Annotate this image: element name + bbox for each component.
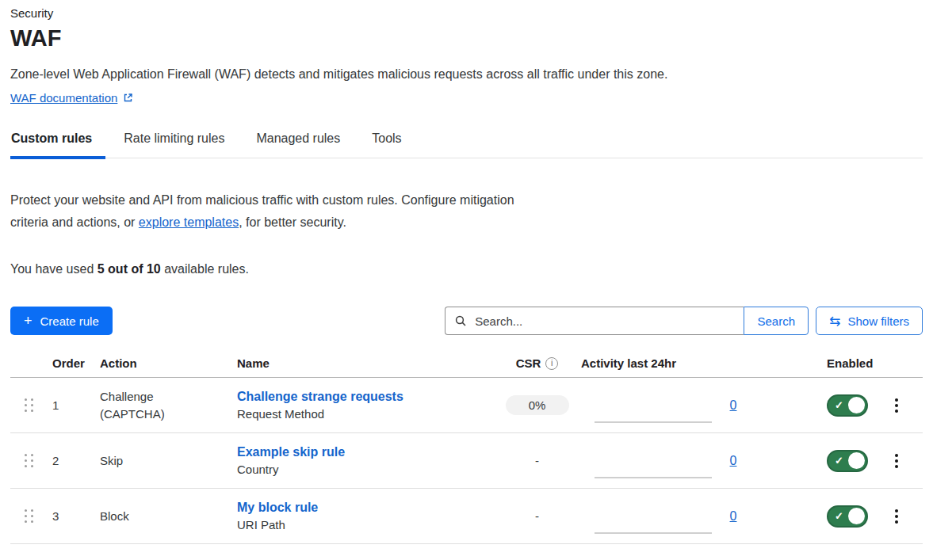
toggle-knob [848, 508, 865, 524]
header-csr-label: CSR [516, 356, 541, 370]
check-icon: ✓ [835, 511, 843, 521]
drag-handle-icon[interactable] [25, 398, 33, 412]
intro-text: Protect your website and API from malici… [10, 189, 923, 234]
header-enabled: Enabled [749, 356, 880, 370]
drag-cell [10, 509, 42, 523]
header-count-spacer [717, 356, 749, 370]
enabled-toggle[interactable]: ✓ [827, 450, 868, 472]
waf-documentation-link[interactable]: WAF documentation [10, 91, 133, 105]
enabled-cell: ✓ [749, 394, 880, 417]
rule-action: Skip [90, 452, 227, 470]
csr-value: - [535, 509, 539, 523]
show-filters-label: Show filters [847, 314, 909, 328]
rule-action-line1: Skip [100, 452, 227, 470]
csr-badge: 0% [506, 395, 569, 415]
check-icon: ✓ [835, 455, 843, 466]
show-filters-button[interactable]: ⇆ Show filters [816, 307, 923, 335]
rule-row: 2 Skip Example skip rule Country - 0 ✓ [10, 433, 923, 489]
header-activity: Activity last 24hr [575, 356, 717, 370]
drag-handle-icon[interactable] [25, 454, 33, 467]
check-icon: ✓ [835, 400, 843, 410]
header-drag-spacer [10, 356, 42, 370]
intro-text-after: , for better security. [239, 215, 346, 229]
rule-action-line2: (CAPTCHA) [100, 406, 227, 423]
menu-cell [880, 505, 923, 528]
activity-count-cell: 0 [717, 454, 749, 468]
kebab-menu-icon[interactable] [893, 505, 900, 528]
create-rule-button[interactable]: + Create rule [10, 307, 113, 335]
page-description: Zone-level Web Application Firewall (WAF… [10, 67, 923, 82]
rule-name-cell: Example skip rule Country [227, 445, 499, 476]
rule-field: Country [237, 463, 499, 476]
rule-row: 3 Block My block rule URI Path - 0 ✓ [10, 489, 923, 544]
enabled-cell: ✓ [749, 450, 880, 472]
rule-action-line1: Challenge [100, 388, 227, 406]
external-link-icon [123, 93, 133, 103]
rule-order: 1 [42, 398, 90, 412]
usage-suffix: available rules. [161, 262, 249, 276]
tab-rate-limiting-rules[interactable]: Rate limiting rules [123, 131, 225, 158]
csr-cell: - [499, 509, 575, 523]
csr-cell: 0% [499, 395, 575, 415]
rule-row: 1 Challenge (CAPTCHA) Challenge strange … [10, 378, 923, 433]
rule-name-link[interactable]: My block rule [237, 501, 499, 515]
usage-text: You have used 5 out of 10 available rule… [10, 262, 923, 276]
drag-cell [10, 454, 42, 467]
breadcrumb: Security [10, 6, 923, 20]
toggle-knob [848, 397, 865, 413]
search-input[interactable] [473, 314, 734, 329]
waf-documentation-label: WAF documentation [10, 91, 117, 105]
enabled-toggle[interactable]: ✓ [827, 505, 868, 528]
tab-managed-rules[interactable]: Managed rules [255, 131, 341, 158]
activity-sparkline [595, 532, 712, 534]
kebab-menu-icon[interactable] [893, 450, 900, 472]
search-box [445, 307, 744, 335]
usage-count: 5 out of 10 [98, 262, 161, 276]
rule-action: Block [90, 508, 227, 525]
header-csr: CSR i [499, 356, 575, 370]
activity-sparkline [595, 421, 712, 423]
waf-page: Security WAF Zone-level Web Application … [0, 0, 933, 560]
menu-cell [880, 394, 923, 417]
rules-table: Order Action Name CSR i Activity last 24… [10, 356, 923, 544]
header-menu-spacer [880, 356, 923, 370]
kebab-menu-icon[interactable] [893, 394, 900, 417]
plus-icon: + [24, 314, 33, 328]
search-group: Search [445, 307, 809, 335]
csr-cell: - [499, 454, 575, 467]
rule-name-cell: Challenge strange requests Request Metho… [227, 390, 499, 421]
activity-count-link[interactable]: 0 [730, 454, 737, 467]
header-name: Name [227, 356, 499, 370]
activity-count-link[interactable]: 0 [730, 509, 737, 523]
table-header-row: Order Action Name CSR i Activity last 24… [10, 356, 923, 378]
toolbar-right: Search ⇆ Show filters [445, 307, 923, 335]
activity-cell [575, 489, 717, 543]
search-icon [455, 315, 466, 326]
search-button[interactable]: Search [744, 307, 809, 335]
activity-sparkline [595, 477, 712, 478]
rule-name-link[interactable]: Challenge strange requests [237, 390, 499, 404]
rule-name-link[interactable]: Example skip rule [237, 445, 499, 459]
swap-arrows-icon: ⇆ [829, 314, 840, 328]
csr-value: - [535, 454, 539, 467]
drag-handle-icon[interactable] [25, 509, 33, 523]
enabled-toggle[interactable]: ✓ [827, 394, 868, 417]
usage-prefix: You have used [10, 262, 98, 276]
menu-cell [880, 450, 923, 472]
rule-action: Challenge (CAPTCHA) [90, 388, 227, 423]
tab-custom-rules[interactable]: Custom rules [10, 131, 93, 158]
header-action: Action [90, 356, 227, 370]
tab-tools[interactable]: Tools [371, 131, 402, 158]
activity-count-link[interactable]: 0 [730, 398, 737, 412]
header-order: Order [42, 356, 90, 370]
explore-templates-link[interactable]: explore templates [139, 215, 239, 229]
activity-cell [575, 433, 717, 488]
toggle-knob [848, 452, 865, 469]
info-icon[interactable]: i [545, 357, 558, 370]
rule-order: 2 [42, 454, 90, 467]
create-rule-label: Create rule [40, 314, 99, 328]
enabled-cell: ✓ [749, 505, 880, 528]
page-title: WAF [10, 25, 923, 51]
rule-field: URI Path [237, 518, 499, 531]
drag-cell [10, 398, 42, 412]
